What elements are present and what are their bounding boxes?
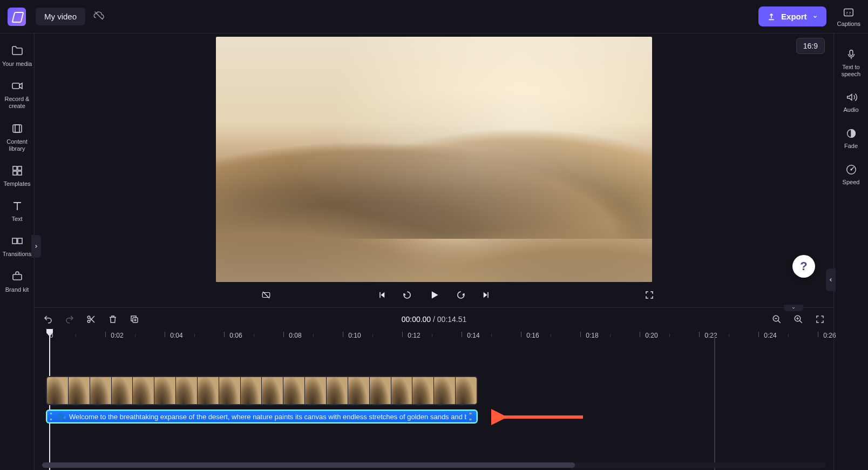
svg-line-21 (799, 320, 802, 323)
split-button[interactable] (86, 314, 96, 324)
cloud-sync-off-icon[interactable] (93, 10, 105, 24)
timeline-panel: 00:00.00 / 00:14.51 00:020:040:060:080:1… (35, 307, 833, 470)
ruler-tick-0: 0 (50, 332, 53, 339)
clip-thumbnail (90, 377, 111, 404)
fullscreen-button[interactable] (645, 290, 654, 300)
templates-icon (11, 164, 24, 177)
video-preview[interactable] (216, 37, 652, 282)
step-forward-button[interactable] (456, 290, 465, 300)
transport-bar (35, 282, 833, 306)
clip-trim-handle-right[interactable] (470, 413, 473, 420)
svg-rect-2 (12, 83, 19, 89)
sidebar-item-templates[interactable]: Templates (0, 159, 35, 194)
audio-clip-text: Welcome to the breathtaking expanse of t… (69, 413, 466, 421)
ruler-tick-2: 0:02 (111, 332, 123, 339)
left-sidebar: Your mediaRecord & createContent library… (0, 33, 35, 470)
ruler-tick-24: 0:24 (764, 332, 776, 339)
svg-rect-5 (13, 166, 17, 170)
expand-panel-left-tab[interactable] (826, 268, 836, 291)
ruler-tick-4: 0:04 (170, 332, 182, 339)
sidebar-item-brandkit[interactable]: Brand kit (0, 265, 35, 300)
undo-button[interactable] (43, 314, 53, 324)
svg-rect-11 (13, 274, 22, 280)
clip-thumbnail (348, 377, 369, 404)
clip-thumbnail (197, 377, 219, 404)
record-icon (11, 79, 24, 92)
ruler-tick-16: 0:16 (526, 332, 539, 339)
svg-rect-8 (18, 171, 22, 175)
tracks-area: 🗣️ Welcome to the breathtaking expanse o… (42, 376, 826, 452)
aspect-ratio-button[interactable]: 16:9 (796, 38, 825, 54)
sidebar-item-folder[interactable]: Your media (0, 39, 35, 74)
ruler-tick-8: 0:08 (289, 332, 301, 339)
zoom-out-button[interactable] (772, 314, 782, 324)
help-fab[interactable]: ? (792, 255, 815, 278)
clip-thumbnail (391, 377, 412, 404)
timeline-ruler[interactable]: 00:020:040:060:080:100:120:140:160:180:2… (42, 328, 826, 344)
brandkit-icon (11, 270, 24, 283)
skip-start-button[interactable] (377, 290, 386, 300)
clip-thumbnail (261, 377, 283, 404)
duplicate-button[interactable] (130, 314, 139, 324)
clip-thumbnail (304, 377, 326, 404)
svg-line-18 (778, 320, 781, 323)
captions-icon (843, 6, 855, 18)
clip-thumbnail (455, 377, 477, 404)
clip-thumbnail (154, 377, 175, 404)
sidebar-item-transitions[interactable]: Transitions (0, 229, 35, 264)
step-back-button[interactable] (403, 290, 412, 300)
transitions-icon (11, 234, 24, 247)
svg-rect-3 (13, 125, 22, 132)
play-button[interactable] (429, 290, 439, 300)
time-display: 00:00.00 / 00:14.51 (402, 315, 467, 324)
svg-rect-7 (13, 171, 17, 175)
svg-rect-4 (15, 125, 19, 132)
ruler-tick-20: 0:20 (645, 332, 657, 339)
folder-icon (11, 44, 24, 57)
timeline-horizontal-scrollbar[interactable] (42, 462, 826, 468)
svg-rect-1 (844, 9, 853, 16)
clip-thumbnail (132, 377, 154, 404)
zoom-in-button[interactable] (794, 314, 803, 324)
project-title[interactable]: My video (36, 8, 85, 25)
captions-toggle-off-icon[interactable] (261, 290, 271, 300)
rightbar-item-audio[interactable]: Audio (834, 85, 869, 121)
timeline-toolbar: 00:00.00 / 00:14.51 (35, 308, 833, 328)
svg-rect-9 (12, 238, 17, 244)
captions-button[interactable]: Captions (837, 6, 860, 27)
ruler-tick-12: 0:12 (408, 332, 420, 339)
sidebar-item-library[interactable]: Content library (0, 117, 35, 159)
skip-end-button[interactable] (482, 290, 491, 300)
export-button[interactable]: Export (758, 6, 826, 26)
preview-stage: 16:9 (35, 33, 833, 307)
redo-button[interactable] (65, 314, 74, 324)
svg-rect-6 (18, 166, 22, 170)
speed-icon (845, 164, 857, 176)
clip-trim-handle-left[interactable] (50, 413, 54, 420)
export-button-label: Export (781, 12, 807, 21)
rightbar-item-tts[interactable]: Text to speech (834, 42, 869, 85)
fade-icon (845, 127, 857, 139)
clip-thumbnail (369, 377, 391, 404)
delete-button[interactable] (108, 314, 118, 324)
sidebar-item-record[interactable]: Record & create (0, 74, 35, 116)
ruler-tick-6: 0:06 (229, 332, 242, 339)
rightbar-item-fade[interactable]: Fade (834, 121, 869, 157)
tts-icon (845, 49, 857, 61)
tts-audio-clip[interactable]: 🗣️ Welcome to the breathtaking expanse o… (46, 409, 478, 424)
speaking-head-icon: 🗣️ (57, 413, 66, 421)
rightbar-item-speed[interactable]: Speed (834, 157, 869, 193)
clip-thumbnail (68, 377, 90, 404)
ruler-tick-10: 0:10 (348, 332, 361, 339)
clip-thumbnail (175, 377, 197, 404)
svg-point-28 (851, 169, 852, 170)
zoom-fit-button[interactable] (815, 314, 825, 324)
svg-rect-10 (18, 238, 22, 244)
sidebar-item-text[interactable]: Text (0, 194, 35, 229)
svg-rect-25 (850, 50, 853, 56)
clip-thumbnail (326, 377, 348, 404)
clip-thumbnail (283, 377, 304, 404)
app-logo[interactable] (8, 8, 26, 26)
video-clip-track[interactable] (46, 376, 478, 405)
header-bar: My video Export Captions (0, 0, 868, 33)
